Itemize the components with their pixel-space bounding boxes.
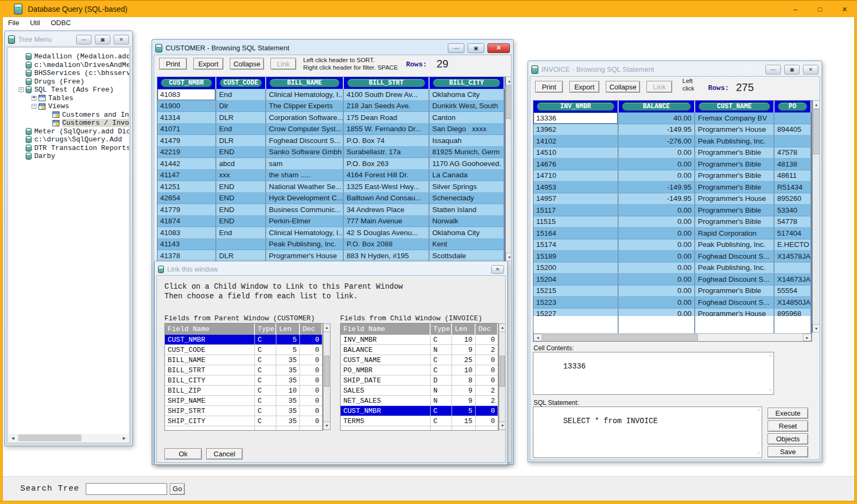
cell-cust-name[interactable]: Rapid Corporation xyxy=(695,228,775,239)
field-row[interactable]: SHIP_DATE D 8 0 xyxy=(341,375,498,386)
scroll-down-icon[interactable]: ▼ xyxy=(813,324,820,333)
cell-po[interactable]: 895968 xyxy=(775,309,811,317)
cell-inv-nmbr[interactable]: 15189 xyxy=(533,251,619,262)
search-tree-input[interactable] xyxy=(86,483,167,495)
cell-bill-name[interactable]: Corporation Software... xyxy=(266,112,344,123)
cell-balance[interactable]: 0.00 xyxy=(619,159,695,170)
cell-cust-name[interactable]: Peak Publishing, Inc. xyxy=(695,262,775,274)
scroll-down-icon[interactable]: ▼ xyxy=(324,422,330,430)
field-name[interactable]: CUST_NMBR xyxy=(165,335,255,344)
cell-inv-nmbr[interactable]: 14953 xyxy=(533,182,619,193)
cell-bill-name[interactable]: sam xyxy=(266,158,344,169)
scroll-up-icon[interactable]: ▲ xyxy=(324,324,330,332)
table-row[interactable]: 41874 END Perkin-Elmer 777 Main Avenue N… xyxy=(157,216,505,228)
cell-bill-strt[interactable]: 42 S Douglas Avenu... xyxy=(344,227,430,238)
cell-bill-name[interactable]: Business Communic... xyxy=(266,204,344,215)
cell-po[interactable]: 55554 xyxy=(775,285,811,297)
close-icon[interactable]: ✕ xyxy=(487,43,510,53)
menu-item[interactable]: File xyxy=(3,18,25,28)
field-row[interactable]: SHIP_STRT C 35 0 xyxy=(165,406,322,416)
cell-bill-name[interactable]: National Weather Se... xyxy=(266,181,344,192)
field-name[interactable]: SHIP_CITY xyxy=(165,416,255,426)
column-header[interactable]: BILL_CITY xyxy=(430,77,505,89)
cell-cust-name[interactable]: Foghead Discount S... xyxy=(695,251,775,262)
scrollbar-thumb[interactable] xyxy=(324,356,329,387)
table-row[interactable]: 41083 End Clinical Hematology, I... 4100… xyxy=(157,89,505,101)
cell-bill-city[interactable]: San Diego xxxx xyxy=(430,124,505,135)
field-dec[interactable]: 0 xyxy=(476,406,498,416)
cell-cust-code[interactable]: END xyxy=(216,204,266,215)
cell-cust-name[interactable]: Foghead Discount S... xyxy=(695,274,775,285)
cell-cust-code[interactable]: End xyxy=(216,124,266,135)
cell-cust-nmbr[interactable]: 41251 xyxy=(157,181,216,192)
invoice-titlebar[interactable]: INVOICE - Browsing SQL Statement — ▣ ✕ xyxy=(530,63,820,76)
cell-balance[interactable]: -149.95 xyxy=(619,182,695,193)
field-len[interactable]: 5 xyxy=(276,345,300,355)
cell-cust-code[interactable]: END xyxy=(216,147,266,158)
maximize-icon[interactable]: □ xyxy=(808,1,832,18)
field-column-header[interactable]: Type xyxy=(431,324,452,335)
cell-bill-strt[interactable]: 1855 W. Fernando Dr... xyxy=(344,124,430,135)
cell-bill-strt[interactable]: 4164 Forest Hill Dr. xyxy=(344,170,430,181)
cell-cust-code[interactable]: END xyxy=(216,216,266,227)
table-row[interactable]: 41442 abcd sam P.O. Box 263 1170 AG Gooh… xyxy=(157,158,505,170)
table-row[interactable]: 14953 -149.95 Programmer's Bible R51434 xyxy=(533,182,811,193)
field-len[interactable] xyxy=(452,426,476,430)
cell-bill-name[interactable]: Foghead Discount S... xyxy=(266,135,344,146)
field-row[interactable]: CUST_CODE C 5 0 xyxy=(165,345,322,355)
cell-cust-nmbr[interactable]: 41874 xyxy=(157,216,216,227)
cell-po[interactable] xyxy=(775,112,811,124)
field-len[interactable]: 25 xyxy=(452,355,476,365)
cell-balance[interactable]: -149.95 xyxy=(619,193,695,205)
cell-po[interactable]: 53340 xyxy=(775,205,811,216)
toolbar-button[interactable]: Link xyxy=(646,81,672,93)
close-icon[interactable]: ✕ xyxy=(114,35,129,44)
cell-balance[interactable]: 0.00 xyxy=(619,262,695,274)
cell-cust-name[interactable]: Programmer's Bible xyxy=(695,285,775,297)
cell-inv-nmbr[interactable]: 15174 xyxy=(533,239,619,251)
column-header[interactable]: BALANCE xyxy=(619,101,695,112)
ok-button[interactable]: Ok xyxy=(164,448,202,460)
table-row[interactable]: 41083 End Clinical Hematology, I... 42 S… xyxy=(157,227,505,239)
close-icon[interactable]: ✕ xyxy=(803,65,818,74)
table-row[interactable]: 42654 END Hyck Development C... Balltown… xyxy=(157,193,505,205)
field-dec[interactable]: 0 xyxy=(476,335,498,344)
cell-balance[interactable]: 0.00 xyxy=(619,297,695,308)
field-dec[interactable]: 2 xyxy=(476,345,498,355)
field-dec[interactable]: 0 xyxy=(476,365,498,375)
field-type[interactable]: D xyxy=(431,375,452,385)
field-type[interactable] xyxy=(255,426,276,430)
cell-cust-code[interactable]: End xyxy=(216,227,266,238)
field-name[interactable]: BILL_STRT xyxy=(165,365,255,375)
cell-cust-code[interactable]: Dlr xyxy=(216,101,266,112)
cell-inv-nmbr[interactable]: 14957 xyxy=(533,193,619,205)
cell-inv-nmbr[interactable]: 11515 xyxy=(533,216,619,228)
cell-cust-name[interactable]: Programmer's Bible xyxy=(695,147,775,159)
field-dec[interactable]: 0 xyxy=(300,386,322,395)
field-dec[interactable]: 0 xyxy=(476,375,498,385)
expand-toggle-icon[interactable] xyxy=(32,96,36,101)
close-icon[interactable]: ✕ xyxy=(832,1,857,18)
table-row[interactable]: 41779 END Business Communic... 34 Andrew… xyxy=(157,204,505,216)
column-header[interactable]: BILL_STRT xyxy=(344,77,430,89)
cell-cust-nmbr[interactable]: 41314 xyxy=(157,112,216,123)
scroll-up-icon[interactable]: ˄ xyxy=(757,408,760,413)
field-dec[interactable]: 0 xyxy=(476,355,498,365)
cell-balance[interactable]: -149.95 xyxy=(619,124,695,136)
cell-bill-name[interactable]: The Clipper Experts xyxy=(266,101,344,112)
cell-po[interactable]: X14850JA xyxy=(775,297,811,308)
field-len[interactable]: 9 xyxy=(452,396,476,405)
field-row[interactable]: SALES N 9 2 xyxy=(341,386,498,396)
table-row[interactable]: 15200 0.00 Peak Publishing, Inc. xyxy=(533,262,811,274)
cell-bill-strt[interactable]: P.O. Box 263 xyxy=(344,158,430,169)
scroll-up-icon[interactable]: ▲ xyxy=(813,100,820,109)
minimize-icon[interactable]: – xyxy=(783,1,808,18)
table-row[interactable]: 41147 xxx the sham ..... 4164 Forest Hil… xyxy=(157,170,505,182)
sql-statement-box[interactable]: SELECT * from INVOICE ˄ ˅ xyxy=(533,407,762,458)
field-name[interactable]: NET_SALES xyxy=(341,396,431,405)
cell-cust-code[interactable]: END xyxy=(216,193,266,204)
field-len[interactable]: 35 xyxy=(276,396,300,405)
cell-inv-nmbr[interactable]: 15164 xyxy=(533,228,619,239)
field-type[interactable]: C xyxy=(255,396,276,405)
field-type[interactable]: C xyxy=(255,335,276,344)
